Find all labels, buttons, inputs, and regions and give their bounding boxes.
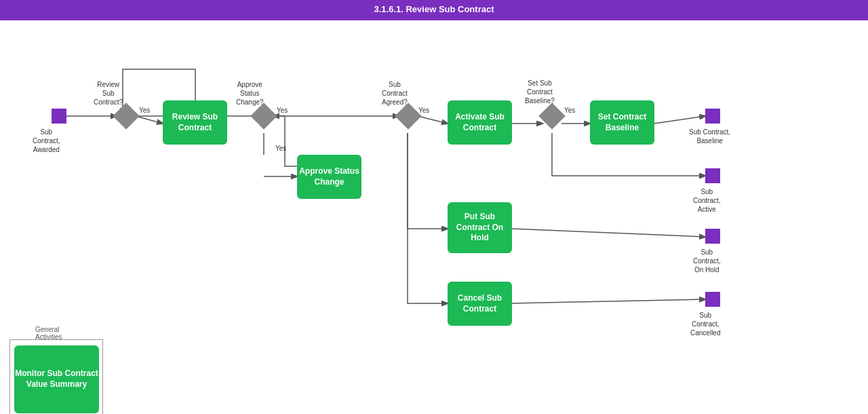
- ps-onhold: [705, 229, 720, 244]
- ps-onhold-label: SubContract,On Hold: [693, 248, 721, 274]
- monitor-box[interactable]: Monitor Sub Contract Value Summary: [14, 345, 99, 413]
- approve-status-change-box[interactable]: Approve Status Change: [297, 155, 361, 199]
- d2-question: ApproveStatusChange?: [236, 80, 264, 107]
- general-activities-box: Monitor Sub Contract Value Summary: [9, 339, 103, 414]
- ps-baseline-label: Sub Contract,Baseline: [689, 128, 730, 145]
- ps-input-label: SubContract,Awarded: [33, 128, 60, 154]
- svg-line-1: [136, 116, 163, 124]
- put-on-hold-box[interactable]: Put Sub Contract On Hold: [448, 202, 512, 253]
- diamond-2: [250, 102, 277, 130]
- ps-baseline: [705, 109, 720, 124]
- svg-line-10: [512, 229, 705, 237]
- ps-cancelled: [705, 292, 720, 307]
- ps-input: [52, 109, 66, 124]
- d2-yes2: Yes: [275, 144, 286, 153]
- review-sub-contract-box[interactable]: Review Sub Contract: [163, 100, 227, 145]
- diamond-4: [538, 102, 566, 130]
- activate-sub-contract-box[interactable]: Activate Sub Contract: [448, 100, 512, 145]
- d2-yes1: Yes: [277, 106, 288, 115]
- svg-line-11: [512, 299, 705, 303]
- set-contract-baseline-box[interactable]: Set Contract Baseline: [590, 100, 654, 145]
- diamond-1: [113, 102, 140, 130]
- d4-question: Set SubContractBaseline?: [525, 79, 555, 105]
- svg-line-9: [654, 116, 705, 124]
- title-bar: 3.1.6.1. Review Sub Contract: [0, 0, 868, 20]
- ps-active: [705, 168, 720, 183]
- title-text: 3.1.6.1. Review Sub Contract: [374, 4, 494, 14]
- diamond-3: [395, 102, 422, 130]
- ps-active-label: SubContract,Active: [693, 187, 721, 214]
- svg-line-6: [418, 116, 448, 124]
- d3-question: SubContractAgreed?: [382, 80, 408, 107]
- d4-yes: Yes: [564, 106, 575, 115]
- general-activities-label: GeneralActivities: [35, 326, 62, 341]
- canvas: SubContract,Awarded ReviewSubContract? Y…: [0, 20, 868, 414]
- d1-question: ReviewSubContract?: [94, 80, 123, 107]
- cancel-sub-contract-box[interactable]: Cancel Sub Contract: [448, 282, 512, 326]
- ps-cancelled-label: SubContract,Cancelled: [690, 311, 720, 337]
- d3-yes: Yes: [418, 106, 429, 115]
- arrows-svg: [0, 20, 868, 414]
- d1-yes: Yes: [139, 106, 150, 115]
